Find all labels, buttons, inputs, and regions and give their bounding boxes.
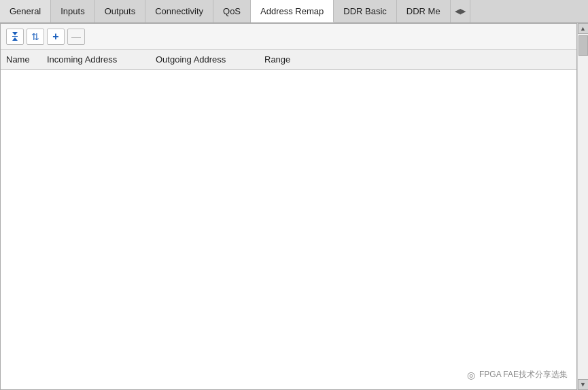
chevron-right-icon: ▶ xyxy=(460,7,466,16)
add-icon: + xyxy=(52,31,58,42)
column-header-range: Range xyxy=(264,54,319,65)
scroll-up-button[interactable]: ▲ xyxy=(578,23,589,34)
scroll-down-button[interactable]: ▼ xyxy=(578,379,589,390)
remove-icon: — xyxy=(71,31,81,42)
tab-address-remap[interactable]: Address Remap xyxy=(251,0,334,22)
watermark-icon: ◎ xyxy=(467,370,475,380)
table-body xyxy=(1,70,576,389)
main-content: ⇅ + — Name Incoming Address Outgoing Add… xyxy=(0,23,588,390)
tab-ddr-me[interactable]: DDR Me xyxy=(397,0,451,22)
toolbar: ⇅ + — xyxy=(1,24,576,50)
column-header-incoming: Incoming Address xyxy=(47,54,156,65)
tab-outputs[interactable]: Outputs xyxy=(95,0,146,22)
collapse-all-button[interactable] xyxy=(6,29,24,45)
column-header-outgoing: Outgoing Address xyxy=(156,54,264,65)
watermark-text: FPGA FAE技术分享选集 xyxy=(479,369,568,380)
tab-bar: General Inputs Outputs Connectivity QoS … xyxy=(0,0,588,23)
tab-inputs[interactable]: Inputs xyxy=(51,0,94,22)
tab-connectivity[interactable]: Connectivity xyxy=(145,0,213,22)
column-header-name: Name xyxy=(6,54,47,65)
remove-button[interactable]: — xyxy=(67,29,85,45)
scroll-thumb[interactable] xyxy=(578,35,588,56)
chevron-down-icon: ▼ xyxy=(580,381,586,388)
table-header: Name Incoming Address Outgoing Address R… xyxy=(1,50,576,70)
chevron-left-icon: ◀ xyxy=(455,7,460,16)
chevron-up-icon: ▲ xyxy=(580,25,586,32)
watermark: ◎ FPGA FAE技术分享选集 xyxy=(467,369,568,380)
scrollbar[interactable]: ▲ ▼ xyxy=(577,23,588,390)
sort-button[interactable]: ⇅ xyxy=(27,29,44,45)
add-button[interactable]: + xyxy=(47,29,65,45)
tab-general[interactable]: General xyxy=(0,0,51,22)
tab-ddr-basic[interactable]: DDR Basic xyxy=(334,0,397,22)
collapse-icon xyxy=(12,32,18,41)
content-area: ⇅ + — Name Incoming Address Outgoing Add… xyxy=(0,23,577,390)
tab-qos[interactable]: QoS xyxy=(213,0,251,22)
sort-icon: ⇅ xyxy=(31,31,39,42)
tab-overflow-btn[interactable]: ◀ ▶ xyxy=(451,0,470,22)
